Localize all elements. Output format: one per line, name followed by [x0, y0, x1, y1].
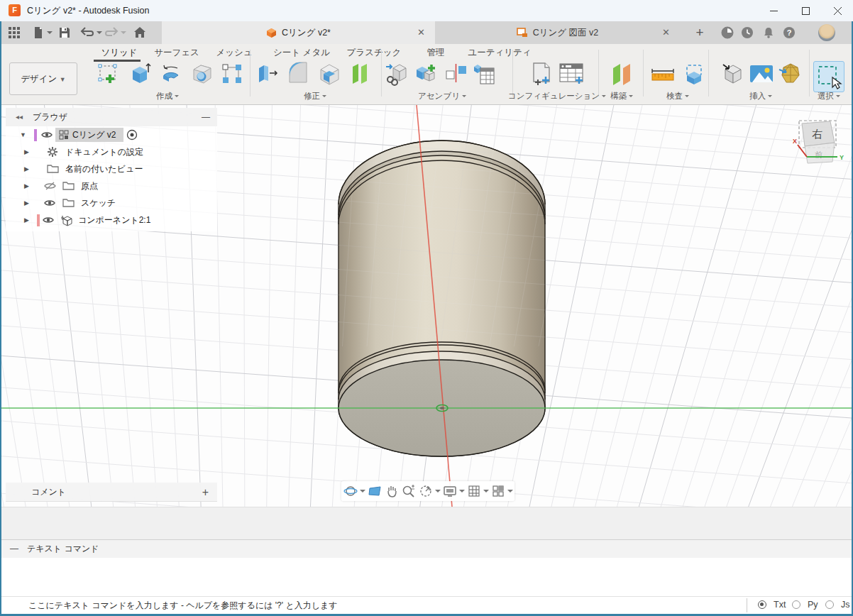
save-icon[interactable]	[58, 26, 71, 39]
doc-tab-second[interactable]: Cリング 図面 v2 ✕	[435, 21, 680, 44]
ribbon-tab-mesh[interactable]: メッシュ	[216, 46, 252, 59]
group-label-modify[interactable]: 修正	[304, 91, 326, 101]
viewports-caret[interactable]	[507, 490, 513, 493]
doc-tab-active[interactable]: Cリング v2* ✕	[162, 21, 435, 44]
orbit-caret[interactable]	[360, 490, 365, 493]
mode-radio-txt[interactable]	[758, 600, 766, 609]
pattern-icon[interactable]	[219, 61, 245, 87]
doc-tab-close-icon[interactable]: ✕	[417, 21, 425, 44]
mode-label-py[interactable]: Py	[808, 596, 818, 614]
extensions-icon[interactable]	[721, 26, 734, 39]
viewports-icon[interactable]	[490, 484, 506, 498]
tree-item-label[interactable]: コンポーネント2:1	[78, 211, 150, 229]
maximize-button[interactable]	[790, 0, 821, 21]
new-component-icon[interactable]	[413, 61, 439, 87]
file-menu-caret[interactable]	[47, 31, 53, 34]
color-swatch[interactable]	[37, 214, 40, 226]
collapse-panel-icon[interactable]: ◂◂	[16, 108, 23, 126]
eye-icon[interactable]	[41, 129, 53, 141]
activate-radio-icon[interactable]	[126, 129, 138, 141]
minimize-button[interactable]	[758, 0, 789, 21]
tree-item-label[interactable]: 原点	[81, 177, 98, 194]
file-menu-icon[interactable]	[32, 26, 45, 39]
mode-radio-js[interactable]	[825, 600, 834, 609]
section-analysis-icon[interactable]	[681, 61, 707, 87]
align-icon[interactable]	[443, 61, 468, 87]
doc-tab-close-icon[interactable]: ✕	[662, 21, 670, 44]
tree-row-root[interactable]: ▼ Cリング v2	[6, 126, 217, 143]
chevron-right-icon[interactable]: ▶	[24, 199, 29, 207]
group-label-inspect[interactable]: 検査	[666, 91, 689, 101]
bom-icon[interactable]	[471, 61, 497, 87]
redo-caret[interactable]	[121, 31, 126, 34]
home-icon[interactable]	[133, 26, 146, 39]
add-comment-icon[interactable]: +	[202, 483, 209, 502]
ribbon-tab-sheetmetal[interactable]: シート メタル	[273, 46, 330, 59]
tree-row-docsettings[interactable]: ▶ ドキュメントの設定	[6, 143, 217, 160]
tree-row-sketches[interactable]: ▶ スケッチ	[6, 194, 217, 211]
ribbon-tab-utilities[interactable]: ユーティリティ	[468, 46, 531, 59]
ribbon-tab-plastic[interactable]: プラスチック	[347, 46, 402, 59]
workspace-selector[interactable]: デザイン ▼	[9, 62, 77, 95]
display-caret[interactable]	[459, 490, 465, 493]
display-settings-icon[interactable]	[442, 484, 458, 498]
collapse-icon[interactable]: —	[10, 540, 18, 558]
text-command-output[interactable]	[0, 558, 853, 596]
text-command-prompt[interactable]: ここにテキスト コマンドを入力します - ヘルプを参照するには '?' と入力し…	[28, 597, 338, 615]
revolve-icon[interactable]	[158, 61, 184, 87]
insert-derive-icon[interactable]	[720, 61, 745, 87]
comments-panel[interactable]: コメント +	[6, 483, 217, 502]
text-command-header[interactable]: — テキスト コマンド	[0, 539, 853, 558]
shell-icon[interactable]	[317, 61, 342, 87]
group-label-create[interactable]: 作成	[156, 91, 179, 101]
tree-row-component[interactable]: ▶ コンポーネント2:1	[6, 211, 217, 229]
chevron-right-icon[interactable]: ▶	[24, 216, 29, 224]
tree-item-label[interactable]: ドキュメントの設定	[65, 143, 143, 160]
tree-item-label[interactable]: Cリング v2	[72, 126, 116, 143]
measure-icon[interactable]	[650, 61, 676, 87]
browser-panel-header[interactable]: ◂◂ ブラウザ —	[6, 108, 217, 126]
chevron-right-icon[interactable]: ▶	[24, 165, 29, 172]
redo-icon[interactable]	[105, 26, 118, 39]
minimize-panel-icon[interactable]: —	[202, 108, 210, 126]
app-grid-icon[interactable]	[8, 26, 21, 39]
color-swatch[interactable]	[34, 129, 37, 141]
eye-icon[interactable]	[44, 197, 55, 209]
grid-settings-icon[interactable]	[466, 484, 482, 498]
mode-label-js[interactable]: Js	[841, 596, 850, 614]
look-at-icon[interactable]	[367, 484, 383, 498]
notifications-icon[interactable]	[762, 26, 775, 39]
tree-item-label[interactable]: スケッチ	[81, 194, 116, 211]
help-icon[interactable]: ?	[783, 26, 796, 39]
mode-label-txt[interactable]: Txt	[774, 596, 786, 614]
mode-radio-py[interactable]	[792, 600, 800, 609]
chevron-right-icon[interactable]: ▶	[24, 182, 29, 189]
ribbon-tab-solid[interactable]: ソリッド	[101, 46, 137, 59]
insert-image-icon[interactable]	[748, 61, 775, 87]
construct-plane-icon[interactable]	[609, 61, 634, 87]
configuration-table-icon[interactable]	[558, 61, 585, 87]
tree-row-origin[interactable]: ▶ 原点	[6, 177, 217, 194]
hole-icon[interactable]	[189, 61, 215, 87]
group-label-insert[interactable]: 挿入	[749, 91, 772, 101]
tree-item-label[interactable]: 名前の付いたビュー	[65, 160, 143, 177]
user-avatar[interactable]	[818, 24, 835, 41]
job-status-icon[interactable]	[741, 26, 754, 39]
grid-caret[interactable]	[483, 490, 489, 493]
zoom-icon[interactable]	[401, 484, 417, 498]
tree-row-namedviews[interactable]: ▶ 名前の付いたビュー	[6, 160, 217, 177]
fillet-icon[interactable]	[285, 61, 311, 87]
new-tab-button[interactable]: +	[692, 21, 708, 44]
configuration-icon[interactable]	[528, 61, 555, 87]
split-body-icon[interactable]	[348, 61, 373, 87]
derive-icon[interactable]	[385, 61, 410, 87]
create-sketch-icon[interactable]	[96, 61, 121, 87]
undo-icon[interactable]	[79, 26, 92, 39]
select-tool[interactable]	[813, 61, 844, 92]
undo-caret[interactable]	[97, 31, 102, 34]
press-pull-icon[interactable]	[254, 61, 280, 87]
ribbon-tab-surface[interactable]: サーフェス	[154, 46, 199, 59]
group-label-construct[interactable]: 構築	[610, 91, 633, 101]
fit-caret[interactable]	[435, 490, 441, 493]
eye-off-icon[interactable]	[44, 180, 56, 192]
